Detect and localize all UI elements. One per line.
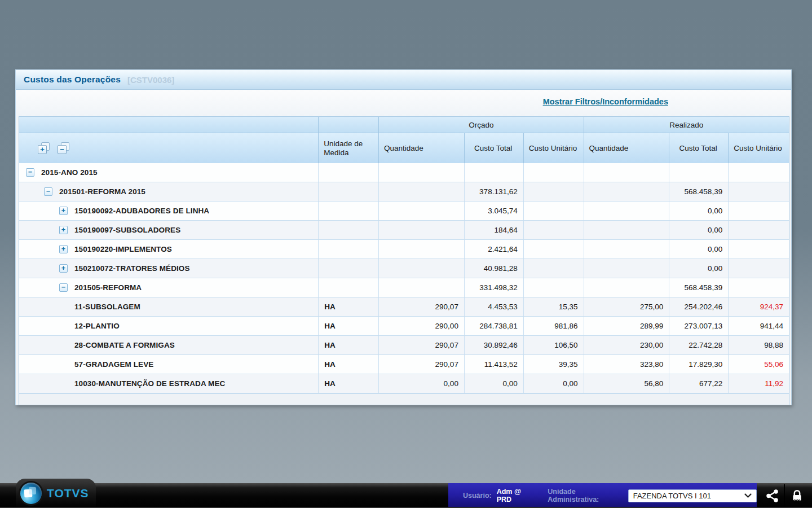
cell-realizado-custo-unitario xyxy=(729,278,789,297)
table-row[interactable]: 28-COMBATE A FORMIGAS HA 290,07 30.892,4… xyxy=(19,336,789,355)
cell-unidade-medida: HA xyxy=(319,355,379,374)
cell-orcado-custo-unitario xyxy=(524,221,584,239)
tree-cell: − 201501-REFORMA 2015 xyxy=(19,182,319,201)
share-button[interactable] xyxy=(760,484,784,507)
table-row[interactable]: + 150190220-IMPLEMENTOS 2.421,64 0,00 xyxy=(19,240,789,259)
totvs-logo: TOTVS xyxy=(16,479,96,508)
cell-realizado-quantidade xyxy=(584,259,670,278)
table-body: − 2015-ANO 2015 − 201501-REFORMA 2015 37… xyxy=(19,163,789,393)
cell-unidade-medida xyxy=(319,163,379,182)
cell-orcado-custo-unitario xyxy=(524,202,584,220)
group-header-row: Orçado Realizado xyxy=(19,117,789,133)
cell-unidade-medida: HA xyxy=(319,297,379,316)
row-label: 12-PLANTIO xyxy=(74,322,120,330)
cell-orcado-custo-total: 184,64 xyxy=(465,221,524,239)
table-row[interactable]: 11-SUBSOLAGEM HA 290,07 4.453,53 15,35 2… xyxy=(19,297,789,317)
collapse-icon[interactable]: − xyxy=(26,168,34,177)
cell-realizado-quantidade xyxy=(584,163,670,182)
table-row[interactable]: 57-GRADAGEM LEVE HA 290,07 11.413,52 39,… xyxy=(19,355,789,374)
cell-orcado-quantidade: 290,00 xyxy=(379,317,465,335)
group-header-realizado: Realizado xyxy=(584,117,789,133)
cell-orcado-custo-unitario: 981,86 xyxy=(524,317,584,335)
cell-realizado-custo-unitario xyxy=(729,259,789,278)
cell-realizado-quantidade xyxy=(584,221,670,239)
cell-realizado-custo-total: 17.829,30 xyxy=(669,355,729,374)
chevron-down-icon xyxy=(744,493,752,498)
expand-icon[interactable]: + xyxy=(59,207,68,215)
tree-header-cell: + − xyxy=(19,133,319,163)
lock-button[interactable] xyxy=(785,484,809,507)
cell-realizado-quantidade: 323,80 xyxy=(584,355,670,374)
table-row[interactable]: + 150190097-SUBSOLADORES 184,64 0,00 xyxy=(19,221,789,240)
cell-realizado-custo-unitario: 98,88 xyxy=(729,336,789,354)
cell-realizado-quantidade: 230,00 xyxy=(584,336,670,354)
table-footer-spacer xyxy=(19,393,789,405)
cell-realizado-quantidade xyxy=(584,202,670,220)
tree-cell: 11-SUBSOLAGEM xyxy=(19,297,319,316)
cell-realizado-custo-total: 568.458,39 xyxy=(669,182,729,201)
cell-orcado-custo-unitario xyxy=(524,182,584,201)
column-header-unit: Unidade de Medida xyxy=(319,133,379,163)
cell-orcado-quantidade: 290,07 xyxy=(379,355,465,374)
cell-orcado-custo-total: 11.413,52 xyxy=(465,355,524,374)
admin-unit-label: Unidade Administrativa: xyxy=(548,488,623,503)
expand-icon[interactable]: + xyxy=(59,226,68,234)
table-row[interactable]: − 201501-REFORMA 2015 378.131,62 568.458… xyxy=(19,182,789,202)
cell-orcado-custo-unitario: 39,35 xyxy=(524,355,584,374)
expand-all-button[interactable]: + xyxy=(38,142,50,154)
cell-unidade-medida: HA xyxy=(319,336,379,354)
cell-realizado-custo-total: 0,00 xyxy=(669,240,729,259)
collapse-all-icon: − xyxy=(58,145,67,154)
cell-realizado-custo-total: 254.202,46 xyxy=(669,297,729,316)
table-row[interactable]: 10030-MANUTENÇÃO DE ESTRADA MEC HA 0,00 … xyxy=(19,374,789,393)
cell-orcado-custo-unitario xyxy=(524,278,584,297)
table-row[interactable]: + 150210072-TRATORES MÉDIOS 40.981,28 0,… xyxy=(19,259,789,278)
cell-orcado-custo-total: 40.981,28 xyxy=(465,259,524,278)
group-header-tree xyxy=(19,117,319,133)
cell-orcado-custo-unitario: 0,00 xyxy=(524,374,584,393)
cell-orcado-quantidade xyxy=(379,182,465,201)
expand-icon[interactable]: + xyxy=(59,245,68,253)
row-label: 201501-REFORMA 2015 xyxy=(59,187,145,196)
cell-unidade-medida: HA xyxy=(319,317,379,335)
collapse-icon[interactable]: − xyxy=(59,283,68,292)
row-label: 201505-REFORMA xyxy=(74,283,142,292)
table-row[interactable]: − 201505-REFORMA 331.498,32 568.458,39 xyxy=(19,278,789,297)
collapse-all-button[interactable]: − xyxy=(58,142,69,154)
admin-unit-select[interactable]: FAZENDA TOTVS I 101 xyxy=(628,489,757,502)
collapse-icon[interactable]: − xyxy=(44,187,52,196)
row-label: 57-GRADAGEM LEVE xyxy=(74,360,153,369)
cell-orcado-quantidade xyxy=(379,240,465,259)
cell-orcado-custo-unitario xyxy=(524,259,584,278)
cell-realizado-custo-unitario: 941,44 xyxy=(729,317,789,335)
cell-realizado-custo-total xyxy=(669,163,729,182)
table-row[interactable]: − 2015-ANO 2015 xyxy=(19,163,789,182)
expand-icon[interactable]: + xyxy=(59,264,68,273)
cell-realizado-custo-total: 0,00 xyxy=(669,202,729,220)
cell-realizado-custo-unitario xyxy=(729,202,789,220)
cell-realizado-quantidade: 56,80 xyxy=(584,374,670,393)
cell-realizado-custo-total: 677,22 xyxy=(669,374,729,393)
show-filters-link[interactable]: Mostrar Filtros/Inconformidades xyxy=(543,97,668,106)
column-header-orcado-custo-unitario: Custo Unitário xyxy=(524,133,584,163)
cell-unidade-medida xyxy=(319,259,379,278)
cell-orcado-custo-total: 4.453,53 xyxy=(465,297,524,316)
table-row[interactable]: 12-PLANTIO HA 290,00 284.738,81 981,86 2… xyxy=(19,317,789,336)
cell-realizado-custo-unitario: 11,92 xyxy=(729,374,789,393)
cell-orcado-quantidade xyxy=(379,202,465,220)
cell-orcado-custo-total: 331.498,32 xyxy=(465,278,524,297)
window-title-bar: Custos das Operações [CSTV0036] xyxy=(16,70,791,90)
brand-name: TOTVS xyxy=(47,487,89,500)
group-header-orcado: Orçado xyxy=(379,117,584,133)
group-header-unit xyxy=(319,117,379,133)
tree-cell: + 150190097-SUBSOLADORES xyxy=(19,221,319,239)
cell-realizado-custo-unitario: 924,37 xyxy=(729,297,789,316)
table-row[interactable]: + 150190092-ADUBADORES DE LINHA 3.045,74… xyxy=(19,202,789,221)
cell-unidade-medida xyxy=(319,278,379,297)
share-icon xyxy=(765,488,780,503)
tree-cell: + 150210072-TRATORES MÉDIOS xyxy=(19,259,319,278)
cell-unidade-medida xyxy=(319,221,379,239)
cell-orcado-custo-total: 3.045,74 xyxy=(465,202,524,220)
cell-unidade-medida xyxy=(319,202,379,220)
tree-cell: − 201505-REFORMA xyxy=(19,278,319,297)
